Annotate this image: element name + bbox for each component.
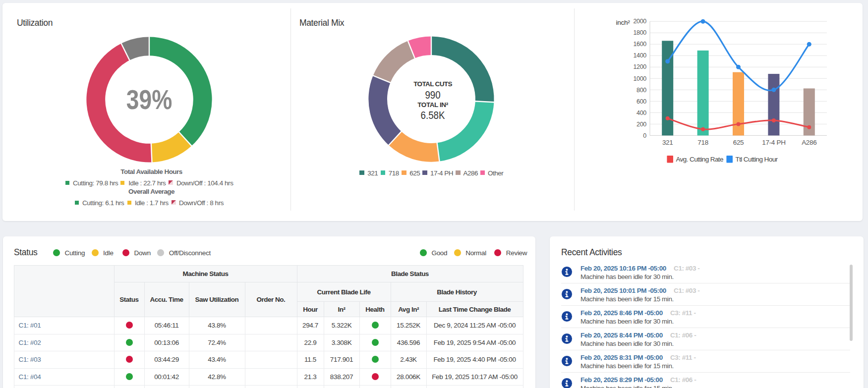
svg-text:0: 0	[643, 132, 646, 139]
svg-text:Avg. Cutting Rate: Avg. Cutting Rate	[676, 156, 723, 163]
svg-text:17-4 PH: 17-4 PH	[762, 139, 785, 146]
svg-text:625: 625	[733, 139, 744, 146]
svg-text:800: 800	[637, 87, 646, 94]
svg-text:2000: 2000	[633, 18, 646, 25]
svg-text:1800: 1800	[633, 29, 646, 36]
svg-text:718: 718	[697, 139, 708, 146]
svg-text:1200: 1200	[633, 63, 646, 70]
svg-text:1600: 1600	[633, 41, 646, 48]
svg-text:400: 400	[637, 110, 646, 116]
svg-text:1400: 1400	[633, 52, 646, 59]
svg-text:200: 200	[637, 121, 646, 128]
svg-text:A286: A286	[802, 139, 816, 146]
svg-text:Ttl Cutting Hour: Ttl Cutting Hour	[736, 156, 778, 163]
svg-text:600: 600	[637, 98, 646, 105]
svg-text:inch²: inch²	[616, 19, 631, 26]
svg-text:1000: 1000	[633, 75, 646, 82]
svg-text:321: 321	[662, 139, 673, 146]
